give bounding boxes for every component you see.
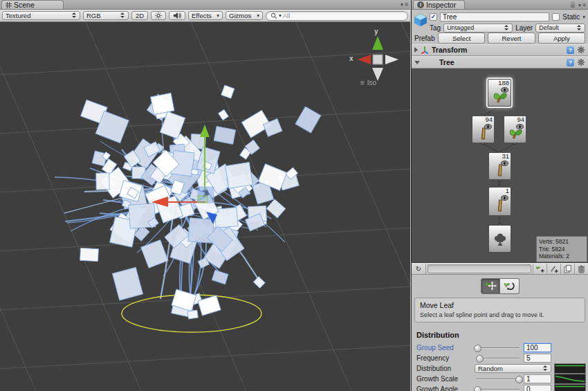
node-count: 31 [502, 152, 509, 160]
scene-tabstrip: Scene ▾ ≡ [0, 0, 410, 10]
growth-scale-curve-preview[interactable] [554, 374, 586, 384]
gear-icon[interactable] [577, 58, 585, 66]
move-leaf-icon [484, 280, 497, 292]
rotate-leaf-tool-button[interactable] [500, 278, 520, 294]
pane-menu-icon[interactable]: ≡ [582, 1, 586, 8]
2d-toggle-button[interactable]: 2D [131, 11, 148, 20]
tree-node-graph[interactable]: 188 94 94 31 1 Verts: 5821 Tris: 5 [412, 69, 588, 263]
render-mode-dropdown[interactable]: Textured [2, 11, 80, 20]
duplicate-group-button[interactable] [560, 264, 574, 274]
prefab-apply-button[interactable]: Apply [538, 33, 585, 44]
gizmo-y-axis-label[interactable]: y [374, 28, 378, 35]
chevron-down-icon: ▾ [217, 12, 219, 19]
scene-viewport[interactable]: y x ≡ Iso [0, 22, 410, 391]
pane-dropdown-icon[interactable]: ▾ [578, 2, 581, 8]
tag-label: Tag [430, 24, 441, 32]
tree-node-branch-31[interactable]: 31 [488, 152, 511, 180]
frequency-slider[interactable] [475, 355, 521, 362]
layer-label: Layer [515, 24, 533, 32]
node-count: 94 [485, 116, 493, 123]
tab-inspector[interactable]: i Inspector [413, 0, 465, 9]
help-icon[interactable]: ? [567, 59, 574, 66]
stats-tris: Tris: 5824 [539, 246, 585, 253]
pane-menu-icon[interactable]: ≡ [405, 1, 408, 8]
delete-group-button[interactable] [574, 264, 588, 274]
transform-title: Transform [432, 46, 467, 54]
foldout-collapsed-icon[interactable] [414, 47, 418, 53]
growth-angle-curve-preview[interactable] [554, 384, 586, 391]
slider-handle[interactable] [476, 355, 484, 363]
help-icon[interactable]: ? [567, 46, 574, 54]
slider-handle[interactable] [474, 345, 481, 352]
tree-root-icon [492, 230, 508, 248]
iso-lines-icon: ≡ [360, 79, 365, 87]
refresh-button[interactable]: ↻ [412, 264, 426, 274]
add-branch-group-button[interactable] [546, 264, 560, 274]
tool-help-description: Select a leaf spline point and drag to m… [420, 311, 580, 318]
visibility-eye-icon[interactable] [484, 124, 492, 129]
frequency-field[interactable] [524, 354, 551, 363]
distribution-dropdown[interactable]: Random [475, 364, 551, 373]
visibility-eye-icon[interactable] [501, 195, 508, 201]
inspector-pane-menu[interactable]: ▾ ≡ [569, 1, 586, 9]
scene-pane-menu[interactable]: ▾ ≡ [401, 1, 408, 8]
move-leaf-tool-button[interactable] [481, 278, 500, 294]
tree-node-branch-94[interactable]: 94 [472, 116, 495, 143]
tab-scene[interactable]: Scene [1, 0, 64, 9]
growth-scale-row: Growth Scale [416, 374, 586, 384]
tree-node-leaf-188[interactable]: 188 [488, 79, 511, 107]
scene-3d-render[interactable] [0, 22, 410, 391]
static-dropdown-icon[interactable]: ▾ [582, 14, 585, 20]
tool-help-box: Move Leaf Select a leaf spline point and… [414, 298, 585, 322]
transform-component-header[interactable]: Transform ? [412, 44, 588, 56]
scene-search-input[interactable]: ▾ All [266, 11, 408, 21]
growth-angle-field[interactable] [524, 385, 551, 391]
gameobject-name-field[interactable] [440, 12, 549, 21]
gizmo-x-axis-label[interactable]: x [349, 55, 353, 62]
gear-icon[interactable] [577, 46, 585, 54]
node-count: 1 [506, 187, 509, 194]
scene-grid-icon [6, 2, 12, 8]
group-seed-slider[interactable] [475, 345, 521, 352]
gizmos-dropdown[interactable]: Gizmos ▾ [226, 11, 263, 20]
effects-dropdown[interactable]: Effects ▾ [188, 11, 223, 20]
tag-dropdown[interactable]: Untagged [443, 24, 513, 33]
tree-node-branch-1[interactable]: 1 [488, 187, 511, 216]
slider-handle[interactable] [515, 376, 523, 383]
tree-component-header[interactable]: Tree ? [412, 56, 588, 69]
toolbar-spacer-bar [428, 264, 531, 273]
foldout-expanded-icon[interactable] [414, 61, 420, 64]
audio-toggle-button[interactable] [169, 11, 185, 20]
growth-scale-slider[interactable] [475, 376, 521, 383]
growth-scale-field[interactable] [524, 374, 551, 383]
visibility-eye-icon[interactable] [516, 124, 524, 129]
chevron-down-icon: ▾ [257, 12, 259, 19]
color-channel-dropdown[interactable]: RGB [83, 11, 129, 20]
layer-dropdown[interactable]: Default [535, 24, 585, 33]
distribution-curve-preview[interactable] [554, 363, 586, 374]
lock-icon[interactable] [569, 1, 577, 9]
group-seed-field[interactable] [524, 343, 551, 352]
slider-handle[interactable] [474, 386, 481, 391]
gizmo-projection-toggle[interactable]: ≡ Iso [360, 79, 376, 87]
tool-help-title: Move Leaf [420, 301, 580, 309]
tree-node-root[interactable] [488, 225, 511, 253]
lighting-toggle-button[interactable] [151, 11, 166, 20]
visibility-eye-icon[interactable] [501, 87, 508, 93]
group-seed-row: Group Seed [416, 343, 586, 353]
add-leaf-group-button[interactable] [533, 264, 546, 274]
growth-angle-slider[interactable] [475, 386, 521, 391]
tree-node-leaf-94[interactable]: 94 [504, 116, 526, 143]
prefab-revert-button[interactable]: Revert [488, 33, 535, 44]
mesh-stats-box: Verts: 5821 Tris: 5824 Materials: 2 [536, 236, 587, 262]
distribution-row: Distribution Random [416, 363, 586, 374]
active-checkbox[interactable]: ✓ [430, 13, 437, 21]
group-seed-label: Group Seed [416, 344, 472, 352]
prefab-select-button[interactable]: Select [438, 33, 485, 44]
pane-dropdown-icon[interactable]: ▾ [401, 1, 403, 8]
transform-axis-icon [421, 45, 429, 55]
node-count: 188 [498, 79, 509, 87]
scene-tab-label: Scene [14, 1, 35, 9]
visibility-eye-icon[interactable] [501, 161, 508, 166]
static-checkbox[interactable] [552, 13, 560, 21]
